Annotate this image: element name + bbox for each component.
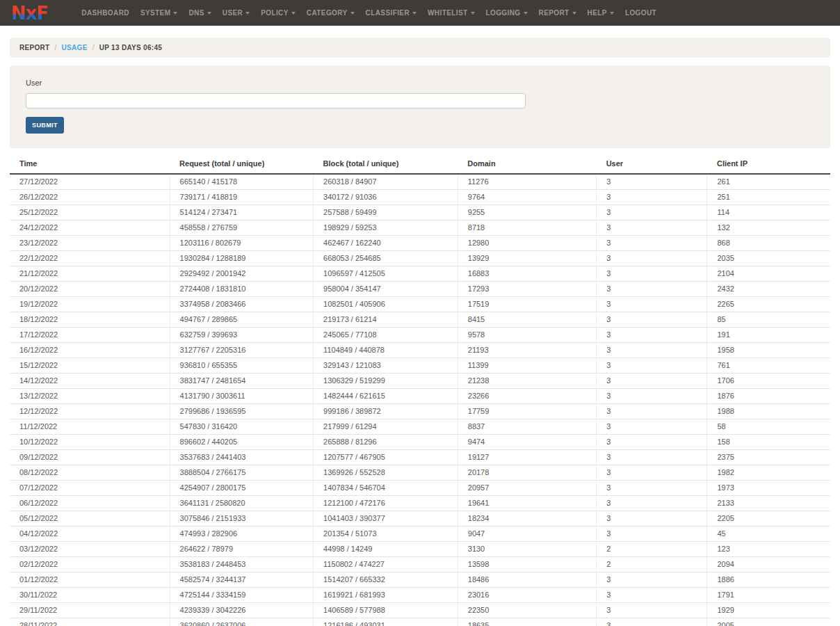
table-cell: 1082501 / 405906 bbox=[314, 297, 458, 312]
table-cell: 1104849 / 440878 bbox=[314, 343, 458, 358]
nav-items: DASHBOARDSYSTEMDNSUSERPOLICYCATEGORYCLAS… bbox=[76, 0, 662, 26]
breadcrumb-item-usage[interactable]: USAGE bbox=[62, 44, 88, 51]
table-cell: 2104 bbox=[707, 266, 830, 282]
table-cell: 3130 bbox=[458, 542, 596, 557]
table-cell: 1514207 / 665332 bbox=[314, 572, 458, 588]
table-cell: 22350 bbox=[458, 603, 596, 618]
table-cell: 12980 bbox=[458, 236, 596, 251]
table-cell: 1150802 / 474227 bbox=[314, 557, 458, 572]
table-body: 27/12/2022665140 / 415178260318 / 849071… bbox=[10, 174, 830, 626]
table-row: 09/12/20223537683 / 24414031207577 / 467… bbox=[10, 450, 830, 465]
breadcrumb-item-report: REPORT bbox=[19, 44, 49, 51]
nav-item-label: REPORT bbox=[539, 9, 570, 17]
table-row: 03/12/2022264622 / 7897944998 / 14249313… bbox=[10, 542, 830, 557]
nav-item-logout[interactable]: LOGOUT bbox=[620, 0, 662, 26]
table-cell: 1369926 / 552528 bbox=[314, 465, 458, 481]
table-cell: 257588 / 59499 bbox=[314, 205, 458, 220]
table-cell: 1041403 / 390377 bbox=[314, 511, 458, 527]
table-cell: 2724408 / 1831810 bbox=[170, 282, 314, 297]
table-cell: 1216186 / 493031 bbox=[314, 618, 458, 626]
table-cell: 9578 bbox=[458, 328, 596, 343]
table-row: 23/12/20221203116 / 802679462467 / 16224… bbox=[10, 236, 830, 251]
nav-item-label: DASHBOARD bbox=[81, 9, 129, 17]
table-cell: 3 bbox=[597, 312, 707, 328]
nav-item-dns[interactable]: DNS bbox=[183, 0, 216, 26]
table-row: 01/12/20224582574 / 32441371514207 / 665… bbox=[10, 572, 830, 588]
chevron-down-icon bbox=[350, 12, 355, 15]
nav-item-category[interactable]: CATEGORY bbox=[301, 0, 360, 26]
table-cell: 22/12/2022 bbox=[10, 251, 170, 266]
table-cell: 18/12/2022 bbox=[10, 312, 170, 328]
nav-item-policy[interactable]: POLICY bbox=[255, 0, 301, 26]
nav-item-user[interactable]: USER bbox=[217, 0, 255, 26]
nav-item-report[interactable]: REPORT bbox=[533, 0, 582, 26]
table-row: 12/12/20222799686 / 1936595999186 / 3898… bbox=[10, 404, 830, 419]
table-cell: 3 bbox=[597, 511, 707, 527]
table-cell: 2265 bbox=[707, 297, 830, 312]
table-cell: 261 bbox=[707, 174, 830, 190]
table-cell: 1929 bbox=[707, 603, 830, 618]
table-cell: 868 bbox=[707, 236, 830, 251]
table-cell: 3 bbox=[597, 618, 707, 626]
table-cell: 19641 bbox=[458, 496, 596, 511]
table-cell: 158 bbox=[707, 435, 830, 450]
chevron-down-icon bbox=[245, 12, 250, 15]
table-cell: 198929 / 59253 bbox=[314, 220, 458, 236]
table-cell: 3 bbox=[597, 282, 707, 297]
submit-button[interactable]: SUBMIT bbox=[26, 117, 64, 134]
table-row: 20/12/20222724408 / 1831810958004 / 3541… bbox=[10, 282, 830, 297]
table-row: 29/11/20224239339 / 30422261406589 / 577… bbox=[10, 603, 830, 618]
table-cell: 3 bbox=[597, 465, 707, 481]
table-row: 21/12/20222929492 / 20019421096597 / 412… bbox=[10, 266, 830, 282]
table-cell: 16883 bbox=[458, 266, 596, 282]
table-cell: 3374958 / 2083466 bbox=[170, 297, 314, 312]
nav-item-system[interactable]: SYSTEM bbox=[135, 0, 184, 26]
table-cell: 1212100 / 472176 bbox=[314, 496, 458, 511]
table-cell: 4131790 / 3003611 bbox=[170, 389, 314, 404]
table-cell: 3 bbox=[597, 435, 707, 450]
user-input[interactable] bbox=[26, 93, 526, 109]
nav-item-logging[interactable]: LOGGING bbox=[480, 0, 533, 26]
table-cell: 1306329 / 519299 bbox=[314, 374, 458, 389]
table-cell: 3 bbox=[597, 404, 707, 419]
table-cell: 3 bbox=[597, 343, 707, 358]
column-header: Time bbox=[10, 155, 170, 174]
table-cell: 458558 / 276759 bbox=[170, 220, 314, 236]
table-row: 27/12/2022665140 / 415178260318 / 849071… bbox=[10, 174, 830, 190]
table-cell: 123 bbox=[707, 542, 830, 557]
table-cell: 3641131 / 2580820 bbox=[170, 496, 314, 511]
table-row: 18/12/2022494767 / 289865219173 / 612148… bbox=[10, 312, 830, 328]
table-cell: 11276 bbox=[458, 174, 596, 190]
table-cell: 2133 bbox=[707, 496, 830, 511]
table-cell: 45 bbox=[707, 527, 830, 542]
table-cell: 19/12/2022 bbox=[10, 297, 170, 312]
table-cell: 1406589 / 577988 bbox=[314, 603, 458, 618]
table-cell: 17/12/2022 bbox=[10, 328, 170, 343]
table-cell: 3 bbox=[597, 236, 707, 251]
table-cell: 1988 bbox=[707, 404, 830, 419]
table-cell: 23016 bbox=[458, 588, 596, 603]
table-cell: 18635 bbox=[458, 618, 596, 626]
table-cell: 09/12/2022 bbox=[10, 450, 170, 465]
table-cell: 2929492 / 2001942 bbox=[170, 266, 314, 282]
table-row: 11/12/2022547830 / 316420217999 / 612948… bbox=[10, 419, 830, 435]
table-cell: 13929 bbox=[458, 251, 596, 266]
table-cell: 18234 bbox=[458, 511, 596, 527]
table-cell: 2035 bbox=[707, 251, 830, 266]
table-row: 07/12/20224254907 / 28001751407834 / 546… bbox=[10, 481, 830, 496]
breadcrumb-item-up-13-days-06-45: UP 13 DAYS 06:45 bbox=[99, 44, 162, 51]
table-cell: 1706 bbox=[707, 374, 830, 389]
table-cell: 20178 bbox=[458, 465, 596, 481]
nav-item-classifier[interactable]: CLASSIFIER bbox=[360, 0, 422, 26]
table-cell: 739171 / 418819 bbox=[170, 190, 314, 205]
nav-item-dashboard[interactable]: DASHBOARD bbox=[76, 0, 135, 26]
table-row: 13/12/20224131790 / 30036111482444 / 621… bbox=[10, 389, 830, 404]
table-cell: 3537683 / 2441403 bbox=[170, 450, 314, 465]
table-cell: 3 bbox=[597, 205, 707, 220]
table-cell: 44998 / 14249 bbox=[314, 542, 458, 557]
table-cell: 1203116 / 802679 bbox=[170, 236, 314, 251]
nav-item-help[interactable]: HELP bbox=[582, 0, 620, 26]
table-cell: 132 bbox=[707, 220, 830, 236]
table-cell: 4239339 / 3042226 bbox=[170, 603, 314, 618]
nav-item-whitelist[interactable]: WHITELIST bbox=[422, 0, 480, 26]
